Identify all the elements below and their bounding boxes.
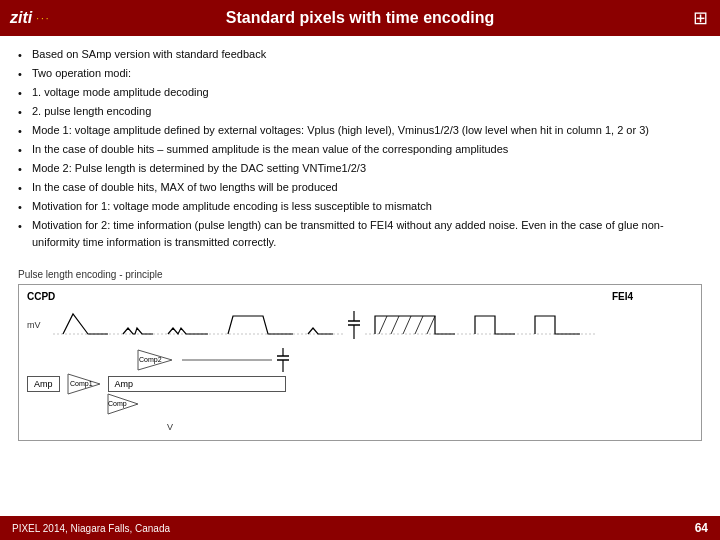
- content-area: •Based on SAmp version with standard fee…: [0, 36, 720, 259]
- list-item: •2. pulse length encoding: [18, 103, 702, 121]
- list-item: •Motivation for 2: time information (pul…: [18, 217, 702, 251]
- amp1-block: Amp: [27, 376, 60, 392]
- signal-line-middle: [182, 348, 272, 372]
- list-item: •1. voltage mode amplitude decoding: [18, 84, 702, 102]
- page-number: 64: [695, 521, 708, 535]
- svg-line-8: [403, 316, 411, 334]
- logo-dots: ···: [36, 13, 50, 24]
- fei4-label: FEI4: [612, 291, 633, 302]
- list-item: •Mode 1: voltage amplitude defined by ex…: [18, 122, 702, 140]
- diagram-container: CCPD FEI4 mV: [18, 284, 702, 441]
- grid-icon: ⊞: [693, 7, 708, 29]
- mv-label: mV: [27, 320, 49, 330]
- page-title: Standard pixels with time encoding: [226, 9, 494, 27]
- logo-ziti-text: ziti: [10, 9, 32, 27]
- svg-line-6: [379, 316, 387, 334]
- svg-text:Comp2: Comp2: [139, 356, 162, 364]
- amp2-block: Amp: [108, 376, 287, 392]
- capacitor-symbol: [347, 311, 361, 339]
- svg-line-7: [391, 316, 399, 334]
- svg-text:Comp1: Comp1: [70, 380, 93, 388]
- diagram-section: Pulse length encoding - principle CCPD F…: [0, 269, 720, 441]
- svg-line-10: [427, 316, 435, 334]
- diagram-label: Pulse length encoding - principle: [18, 269, 702, 280]
- comp2-block: Comp2: [134, 348, 178, 372]
- footer-text: PIXEL 2014, Niagara Falls, Canada: [12, 523, 695, 534]
- logo-area: ziti ···: [10, 9, 51, 27]
- ccpd-label: CCPD: [27, 291, 55, 302]
- bullet-list: •Based on SAmp version with standard fee…: [18, 46, 702, 252]
- svg-text:Comp: Comp: [108, 400, 127, 408]
- list-item: •Motivation for 1: voltage mode amplitud…: [18, 198, 702, 216]
- list-item: •Based on SAmp version with standard fee…: [18, 46, 702, 64]
- list-item: •Mode 2: Pulse length is determined by t…: [18, 160, 702, 178]
- comp3-block: Comp: [104, 392, 142, 416]
- fei4-signal-svg: [365, 306, 595, 344]
- comp1-block: Comp1: [64, 372, 104, 396]
- ccpd-signal-svg: [53, 306, 343, 344]
- svg-line-9: [415, 316, 423, 334]
- header: ziti ··· Standard pixels with time encod…: [0, 0, 720, 36]
- footer: PIXEL 2014, Niagara Falls, Canada 64: [0, 516, 720, 540]
- list-item: •In the case of double hits – summed amp…: [18, 141, 702, 159]
- v-label: V: [27, 422, 693, 432]
- list-item: •In the case of double hits, MAX of two …: [18, 179, 702, 197]
- list-item: •Two operation modi:: [18, 65, 702, 83]
- capacitor2-symbol: [276, 348, 290, 372]
